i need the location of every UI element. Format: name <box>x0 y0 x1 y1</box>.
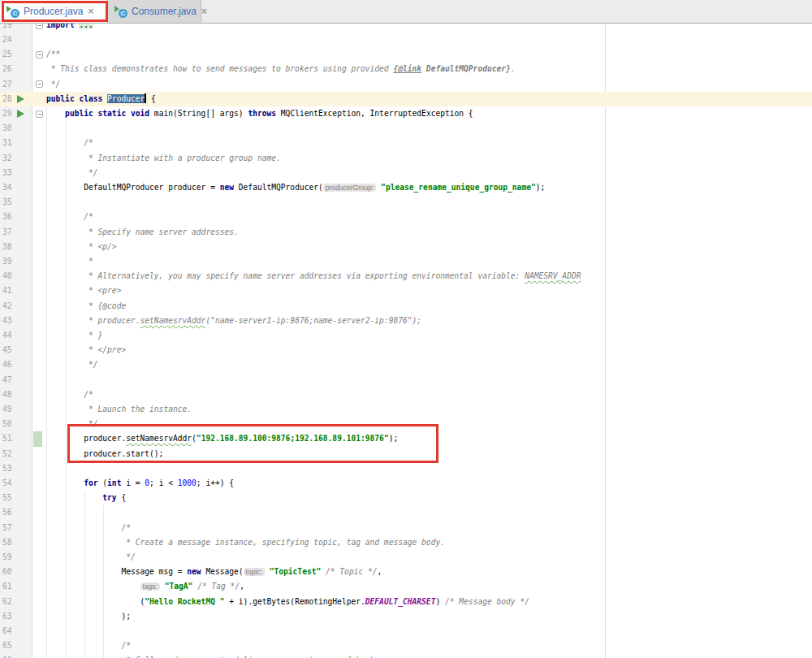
code-text: * This class demonstrates how to send me… <box>46 62 516 76</box>
line-number: 32 <box>2 151 28 166</box>
code-line[interactable]: 33 */ <box>0 166 812 180</box>
code-line[interactable]: 34 DefaultMQProducer producer = new Defa… <box>0 180 812 195</box>
close-icon[interactable]: × <box>88 6 93 16</box>
line-number: 29 <box>2 106 28 121</box>
code-line[interactable]: 37 * Specify name server addresses. <box>0 225 812 240</box>
code-line[interactable]: 29 public static void main(String[] args… <box>0 106 812 121</box>
code-line[interactable]: 51 producer.setNamesrvAddr("192.168.89.1… <box>0 431 812 446</box>
code-text: * } <box>46 328 102 343</box>
line-number: 42 <box>2 299 28 314</box>
code-line[interactable]: 66 * Call send message to deliver messag… <box>0 653 812 658</box>
line-number: 49 <box>2 402 28 417</box>
line-number: 28 <box>2 92 28 106</box>
code-line[interactable]: 35 <box>0 195 812 210</box>
line-number: 50 <box>2 417 28 431</box>
code-line[interactable]: 47 <box>0 373 812 387</box>
parameter-hint: producerGroup: <box>323 184 377 192</box>
run-icon[interactable] <box>17 110 24 118</box>
code-text: tags: "TagA" /* Tag */, <box>46 579 244 594</box>
code-line[interactable]: 24 <box>0 32 812 47</box>
code-line[interactable]: 58 * Create a message instance, specifyi… <box>0 535 812 550</box>
code-line[interactable]: 42 * {@code <box>0 299 812 314</box>
code-text: producer.setNamesrvAddr("192.168.89.100:… <box>46 431 398 446</box>
code-line[interactable]: 44 * } <box>0 328 812 343</box>
code-text: producer.start(); <box>46 447 163 461</box>
code-line[interactable]: 27 */ <box>0 77 812 92</box>
code-line[interactable]: 54 for (int i = 0; i < 1000; i++) { <box>0 476 812 491</box>
line-number: 59 <box>2 550 28 565</box>
ide-editor-window: 19import ...2425/**26 * This class demon… <box>0 0 812 658</box>
code-text: */ <box>46 417 98 431</box>
tab-producer-java[interactable]: C Producer.java × <box>0 0 108 23</box>
line-number: 56 <box>2 505 28 520</box>
line-number: 54 <box>2 476 28 491</box>
code-line[interactable]: 26 * This class demonstrates how to send… <box>0 62 812 76</box>
code-line[interactable]: 45 * </pre> <box>0 343 812 357</box>
code-line[interactable]: 39 * <box>0 254 812 269</box>
line-number: 39 <box>2 254 28 269</box>
line-number: 37 <box>2 225 28 240</box>
code-line[interactable]: 46 */ <box>0 357 812 372</box>
code-text: * </pre> <box>46 343 126 357</box>
code-text: * <pre> <box>46 284 121 298</box>
code-text: try { <box>46 491 126 505</box>
fold-marker-icon[interactable] <box>36 51 43 58</box>
line-number: 47 <box>2 373 28 387</box>
code-line[interactable]: 59 */ <box>0 550 812 565</box>
code-text: ("Hello RocketMQ " + i).getBytes(Remotin… <box>46 595 529 609</box>
code-line[interactable]: 57 /* <box>0 521 812 535</box>
code-line[interactable]: 65 /* <box>0 639 812 653</box>
code-line[interactable]: 31 /* <box>0 136 812 150</box>
code-line[interactable]: 52 producer.start(); <box>0 447 812 461</box>
code-line[interactable]: 48 /* <box>0 387 812 402</box>
code-line[interactable]: 50 */ <box>0 417 812 431</box>
line-number: 31 <box>2 136 28 150</box>
code-text: * Instantiate with a producer group name… <box>46 151 281 166</box>
code-text: * <p/> <box>46 240 117 254</box>
code-line[interactable]: 56 <box>0 505 812 520</box>
line-number: 25 <box>2 47 28 62</box>
code-line[interactable]: 28public class Producer { <box>0 92 812 106</box>
code-line[interactable]: 30 <box>0 121 812 136</box>
line-number: 63 <box>2 609 28 624</box>
code-text: */ <box>46 77 60 92</box>
tab-consumer-java[interactable]: C Consumer.java × <box>108 0 201 23</box>
code-line[interactable]: 61 tags: "TagA" /* Tag */, <box>0 579 812 594</box>
line-number: 36 <box>2 210 28 224</box>
code-line[interactable]: 49 * Launch the instance. <box>0 402 812 417</box>
code-line[interactable]: 64 <box>0 624 812 639</box>
code-text: ); <box>46 609 131 624</box>
line-number: 57 <box>2 521 28 535</box>
line-number: 41 <box>2 284 28 298</box>
code-text: * Create a message instance, specifying … <box>46 535 445 550</box>
tab-label: Consumer.java <box>132 6 197 17</box>
code-text: * producer.setNamesrvAddr("name-server1-… <box>46 314 421 328</box>
code-editor-area[interactable]: 19import ...2425/**26 * This class demon… <box>0 0 812 658</box>
line-number: 34 <box>2 180 28 195</box>
code-line[interactable]: 25/** <box>0 47 812 62</box>
line-number: 45 <box>2 343 28 357</box>
run-icon[interactable] <box>17 95 24 103</box>
line-number: 61 <box>2 579 28 594</box>
code-line[interactable]: 53 <box>0 461 812 476</box>
code-line[interactable]: 41 * <pre> <box>0 284 812 298</box>
line-number: 62 <box>2 595 28 609</box>
code-text: /* <box>46 387 93 402</box>
code-line[interactable]: 43 * producer.setNamesrvAddr("name-serve… <box>0 314 812 328</box>
code-line[interactable]: 55 try { <box>0 491 812 505</box>
code-line[interactable]: 38 * <p/> <box>0 240 812 254</box>
code-text: DefaultMQProducer producer = new Default… <box>46 180 545 195</box>
close-icon[interactable]: × <box>201 6 207 16</box>
code-line[interactable]: 32 * Instantiate with a producer group n… <box>0 151 812 166</box>
code-line[interactable]: 62 ("Hello RocketMQ " + i).getBytes(Remo… <box>0 595 812 609</box>
code-text: public class Producer { <box>46 92 156 106</box>
fold-marker-icon[interactable] <box>36 110 43 118</box>
parameter-hint: topic: <box>244 568 265 576</box>
fold-marker-icon[interactable] <box>36 80 43 88</box>
line-number: 43 <box>2 314 28 328</box>
code-line[interactable]: 63 ); <box>0 609 812 624</box>
code-line[interactable]: 36 /* <box>0 210 812 224</box>
code-text: /* <box>46 639 131 653</box>
code-line[interactable]: 40 * Alternatively, you may specify name… <box>0 269 812 284</box>
code-line[interactable]: 60 Message msg = new Message(topic: "Top… <box>0 565 812 579</box>
